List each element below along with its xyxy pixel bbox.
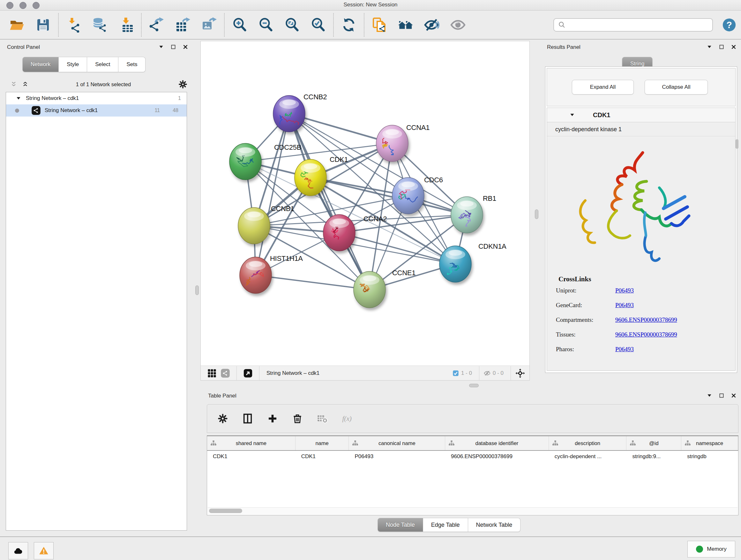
network-node-CCNA1[interactable]	[376, 125, 408, 162]
network-edge[interactable]	[311, 178, 467, 215]
clone-network-button[interactable]	[371, 16, 388, 34]
zoom-in-button[interactable]	[231, 16, 248, 34]
control-tab-sets[interactable]: Sets	[118, 57, 145, 72]
network-node-CDK1[interactable]	[294, 159, 327, 196]
panel-close-icon[interactable]	[731, 393, 737, 398]
column-header-label: database identifier	[475, 440, 518, 446]
zoom-selected-button[interactable]	[310, 16, 327, 34]
network-tree-row[interactable]: String Network – cdk11148	[6, 105, 187, 117]
fx-button[interactable]: f(x)	[341, 413, 353, 425]
section-collapse-icon[interactable]	[569, 112, 575, 118]
import-table-button[interactable]	[118, 16, 135, 34]
network-canvas[interactable]: CCNB2CCNA1CDC25BCDK1CDC6RB1CCNB1CCNA2CDK…	[201, 41, 529, 366]
network-badge-button[interactable]	[219, 367, 232, 380]
zoom-fit-button[interactable]	[283, 16, 300, 34]
memory-button[interactable]: Memory	[687, 541, 735, 557]
network-edge[interactable]	[256, 275, 369, 290]
search-input[interactable]	[566, 20, 712, 30]
home-button[interactable]	[397, 16, 414, 34]
results-scrollbar-thumb[interactable]	[736, 139, 738, 149]
column-header-canonicalname[interactable]: canonical name	[349, 436, 445, 450]
column-type-icon	[552, 440, 558, 446]
control-tab-select[interactable]: Select	[87, 57, 118, 72]
tab-edge-table[interactable]: Edge Table	[423, 518, 468, 532]
tab-network-table[interactable]: Network Table	[468, 518, 521, 532]
birdseye-grid-button[interactable]	[205, 367, 219, 380]
crosslink-link[interactable]: P06493	[615, 346, 634, 353]
table-delete-icon	[317, 413, 328, 424]
expand-toggle-icon[interactable]	[16, 96, 21, 101]
network-node-CCNB2[interactable]	[273, 96, 305, 132]
network-node-CDC25B[interactable]	[229, 143, 261, 180]
table-hscrollbar-thumb[interactable]	[209, 509, 242, 513]
column-header-namespace[interactable]: namespace	[681, 436, 738, 450]
export-table-button[interactable]	[174, 16, 192, 34]
table-hscrollbar[interactable]	[208, 507, 738, 514]
hidden-eye-icon[interactable]	[484, 370, 491, 377]
show-eye-button[interactable]	[449, 16, 467, 34]
cloud-button[interactable]	[8, 542, 28, 559]
trash-button[interactable]	[291, 413, 304, 425]
panel-menu-icon[interactable]	[158, 44, 164, 50]
vertical-splitter-handle[interactable]	[195, 286, 199, 295]
network-node-CCNB1[interactable]	[238, 207, 270, 244]
network-node-CDKN1A[interactable]	[440, 246, 471, 282]
panel-menu-icon[interactable]	[706, 393, 712, 398]
network-node-RB1[interactable]	[451, 197, 483, 233]
column-header-id[interactable]: @id	[626, 436, 681, 450]
detach-view-button[interactable]	[241, 367, 255, 380]
horizontal-splitter-handle[interactable]	[469, 384, 479, 387]
gene-section-header[interactable]: CDK1	[547, 108, 735, 122]
search-box[interactable]	[553, 18, 713, 32]
column-header-sharedname[interactable]: shared name	[207, 436, 295, 450]
help-button[interactable]: ?	[722, 17, 737, 32]
panel-float-icon[interactable]	[719, 44, 724, 50]
control-tab-style[interactable]: Style	[59, 57, 87, 72]
selected-checkbox-icon[interactable]	[452, 370, 459, 377]
network-edge[interactable]	[256, 114, 289, 275]
network-tree-row[interactable]: String Network – cdk11	[6, 92, 187, 105]
panel-float-icon[interactable]	[719, 393, 724, 398]
network-view[interactable]: CCNB2CCNA1CDC25BCDK1CDC6RB1CCNB1CCNA2CDK…	[200, 41, 530, 381]
network-node-CCNA2[interactable]	[323, 214, 355, 251]
crosslink-link[interactable]: P06493	[615, 287, 634, 294]
expand-all-button[interactable]: Expand All	[572, 80, 634, 95]
columns-button[interactable]	[242, 413, 254, 425]
plus-icon	[267, 413, 278, 424]
network-node-HIST1H1A[interactable]	[240, 257, 272, 294]
table-row[interactable]: CDK1CDK1P064939606.ENSP00000378699cyclin…	[207, 451, 738, 462]
refresh-button[interactable]	[340, 16, 357, 34]
crosslink-link[interactable]: P06493	[615, 302, 634, 309]
import-network-button[interactable]	[65, 16, 82, 34]
expand-all-icon[interactable]	[22, 81, 29, 88]
export-image-button[interactable]	[200, 16, 218, 34]
vertical-splitter-handle[interactable]	[535, 209, 538, 219]
export-network-button[interactable]	[148, 16, 165, 34]
crosslink-link[interactable]: 9606.ENSP00000378699	[615, 331, 677, 338]
hide-eye-button[interactable]	[423, 16, 441, 34]
panel-menu-icon[interactable]	[706, 44, 712, 50]
open-button[interactable]	[8, 16, 25, 34]
crosslink-link[interactable]: 9606.ENSP00000378699	[615, 316, 677, 323]
save-button[interactable]	[35, 16, 52, 34]
column-header-name[interactable]: name	[295, 436, 349, 450]
column-header-databaseidentifier[interactable]: database identifier	[445, 436, 549, 450]
panel-close-icon[interactable]	[183, 44, 188, 50]
collapse-all-icon[interactable]	[10, 81, 17, 88]
plus-button[interactable]	[266, 413, 279, 425]
collapse-all-button[interactable]: Collapse All	[645, 80, 708, 95]
network-options-gear-icon[interactable]	[178, 79, 188, 89]
import-database-button[interactable]	[91, 16, 109, 34]
panel-float-icon[interactable]	[171, 44, 176, 50]
gear-button[interactable]	[217, 413, 229, 425]
control-tab-network[interactable]: Network	[22, 57, 59, 72]
warning-button[interactable]	[34, 542, 54, 559]
zoom-out-button[interactable]	[257, 16, 274, 34]
column-header-description[interactable]: description	[549, 436, 627, 450]
panel-close-icon[interactable]	[731, 44, 737, 50]
fit-content-crosshair-icon[interactable]	[515, 368, 525, 378]
table-delete-button[interactable]	[316, 413, 328, 425]
tab-node-table[interactable]: Node Table	[378, 518, 423, 532]
network-node-CCNE1[interactable]	[354, 271, 386, 308]
network-node-CDC6[interactable]	[392, 178, 424, 214]
